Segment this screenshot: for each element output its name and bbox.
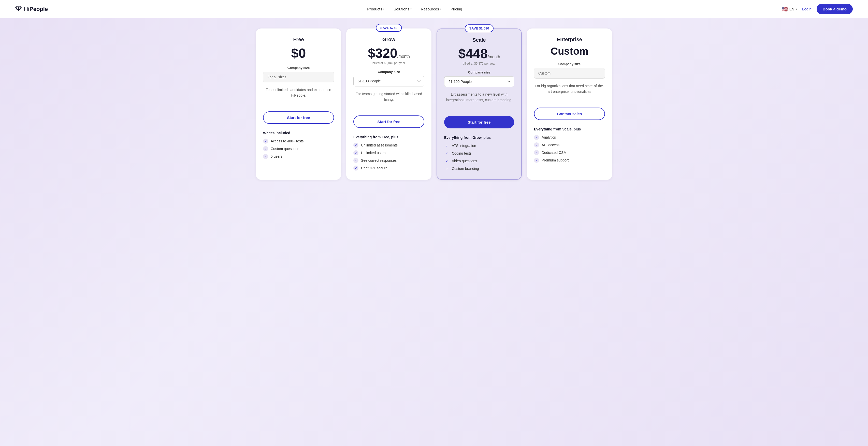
company-size-static: For all sizes xyxy=(263,72,334,83)
plan-cta-button[interactable]: Start for free xyxy=(444,116,514,128)
feature-label: Access to 400+ tests xyxy=(271,139,304,143)
feature-label: API access xyxy=(541,143,559,147)
check-icon: ✓ xyxy=(263,138,268,144)
features-title: Everything from Scale, plus xyxy=(534,127,605,131)
feature-item: ✓ Custom questions xyxy=(263,146,334,151)
plan-price: Custom xyxy=(534,45,605,57)
feature-item: ✓ Access to 400+ tests xyxy=(263,138,334,144)
check-icon: ✓ xyxy=(444,151,449,156)
nav-right: 🇺🇸 EN ▾ Login Book a demo xyxy=(781,4,853,14)
feature-item: ✓ Unlimited assessments xyxy=(353,142,424,148)
feature-item: ✓ Unlimited users xyxy=(353,150,424,155)
book-demo-button[interactable]: Book a demo xyxy=(816,4,853,14)
plan-price: $0 xyxy=(263,45,334,61)
feature-item: ✓ See correct responses xyxy=(353,158,424,163)
logo-text: HiPeople xyxy=(24,6,48,12)
plan-description: Lift assessments to a new level with int… xyxy=(444,92,514,110)
feature-label: ATS integration xyxy=(452,144,476,148)
feature-label: Video questions xyxy=(452,159,477,163)
check-icon: ✓ xyxy=(263,146,268,151)
company-size-select[interactable]: 51-100 People 1-10 People 11-50 People 5… xyxy=(353,76,424,87)
check-icon: ✓ xyxy=(263,154,268,159)
price-amount: $320 xyxy=(368,46,397,61)
plan-name: Enterprise xyxy=(534,37,605,42)
chevron-down-icon: ▾ xyxy=(410,8,412,10)
logo-icon: 𝚿 xyxy=(15,5,21,13)
feature-list: ✓ Analytics ✓ API access ✓ Dedicated CSM… xyxy=(534,135,605,163)
feature-label: ChatGPT secure xyxy=(361,166,388,170)
nav-products[interactable]: Products ▾ xyxy=(367,7,384,11)
login-link[interactable]: Login xyxy=(802,7,811,11)
plan-description: Test unlimited candidates and experience… xyxy=(263,87,334,105)
billed-note: billed at $5,376 per year xyxy=(444,62,514,65)
navbar: 𝚿 HiPeople Products ▾ Solutions ▾ Resour… xyxy=(0,0,868,18)
feature-label: Unlimited users xyxy=(361,151,385,155)
price-amount: $448 xyxy=(458,46,488,61)
plan-cta-button[interactable]: Start for free xyxy=(263,112,334,124)
check-icon: ✓ xyxy=(444,166,449,171)
feature-label: Unlimited assessments xyxy=(361,143,398,147)
feature-item: ✓ Analytics xyxy=(534,135,605,140)
feature-item: ✓ 5 users xyxy=(263,154,334,159)
nav-resources-label: Resources xyxy=(421,7,439,11)
feature-label: See correct responses xyxy=(361,158,397,162)
feature-item: ✓ Video questions xyxy=(444,158,514,163)
company-size-label: Company size xyxy=(263,66,334,70)
price-amount: Custom xyxy=(551,45,588,57)
plan-card-enterprise: Enterprise Custom Company size Custom Fo… xyxy=(527,29,612,180)
language-selector[interactable]: 🇺🇸 EN ▾ xyxy=(781,6,797,12)
nav-pricing-label: Pricing xyxy=(451,7,462,11)
company-size-static: Custom xyxy=(534,68,605,78)
nav-solutions[interactable]: Solutions ▾ xyxy=(394,7,412,11)
plan-card-grow: SAVE $768 Grow $320/month billed at $3,8… xyxy=(346,29,431,180)
save-badge: SAVE $1,080 xyxy=(465,24,494,32)
plan-card-free: Free $0 Company size For all sizes Test … xyxy=(256,29,341,180)
price-period: /month xyxy=(488,55,500,59)
chevron-down-icon: ▾ xyxy=(440,8,441,10)
nav-pricing[interactable]: Pricing xyxy=(451,7,462,11)
save-badge: SAVE $768 xyxy=(376,24,402,32)
plan-description: For big organizations that need state-of… xyxy=(534,83,605,101)
feature-label: Analytics xyxy=(541,135,556,139)
feature-item: ✓ ATS integration xyxy=(444,143,514,148)
feature-item: ✓ Dedicated CSM xyxy=(534,150,605,155)
feature-label: 5 users xyxy=(271,154,282,158)
feature-label: Custom questions xyxy=(271,147,299,151)
feature-label: Dedicated CSM xyxy=(541,151,566,155)
nav-solutions-label: Solutions xyxy=(394,7,409,11)
language-label: EN xyxy=(789,7,794,11)
nav-products-label: Products xyxy=(367,7,382,11)
check-icon: ✓ xyxy=(534,135,539,140)
plan-card-scale: SAVE $1,080 Scale $448/month billed at $… xyxy=(437,29,522,180)
check-icon: ✓ xyxy=(444,143,449,148)
price-period: /month xyxy=(397,54,410,59)
logo[interactable]: 𝚿 HiPeople xyxy=(15,5,48,13)
chevron-down-icon: ▾ xyxy=(796,8,797,10)
plan-price: $448/month billed at $5,376 per year xyxy=(444,46,514,65)
billed-note: billed at $3,840 per year xyxy=(353,61,424,65)
plan-name: Scale xyxy=(444,37,514,43)
feature-list: ✓ ATS integration ✓ Coding tests ✓ Video… xyxy=(444,143,514,171)
feature-item: ✓ API access xyxy=(534,142,605,148)
features-title: Everything from Free, plus xyxy=(353,135,424,139)
company-size-select[interactable]: 51-100 People 1-10 People 11-50 People 5… xyxy=(444,76,514,87)
nav-resources[interactable]: Resources ▾ xyxy=(421,7,441,11)
plan-cta-button[interactable]: Start for free xyxy=(353,116,424,128)
plan-name: Grow xyxy=(353,37,424,42)
check-icon: ✓ xyxy=(534,142,539,148)
check-icon: ✓ xyxy=(353,150,359,155)
plan-cta-button[interactable]: Contact sales xyxy=(534,107,605,120)
feature-item: ✓ Custom branding xyxy=(444,166,514,171)
features-title: What's included xyxy=(263,131,334,135)
check-icon: ✓ xyxy=(353,142,359,148)
price-amount: $0 xyxy=(291,46,306,61)
plan-price: $320/month billed at $3,840 per year xyxy=(353,45,424,65)
check-icon: ✓ xyxy=(353,165,359,171)
chevron-down-icon: ▾ xyxy=(383,8,384,10)
company-size-label: Company size xyxy=(353,70,424,74)
flag-icon: 🇺🇸 xyxy=(781,6,788,12)
pricing-grid: Free $0 Company size For all sizes Test … xyxy=(256,29,612,180)
plan-name: Free xyxy=(263,37,334,42)
plan-description: For teams getting started with skills-ba… xyxy=(353,91,424,109)
company-size-label: Company size xyxy=(444,70,514,74)
